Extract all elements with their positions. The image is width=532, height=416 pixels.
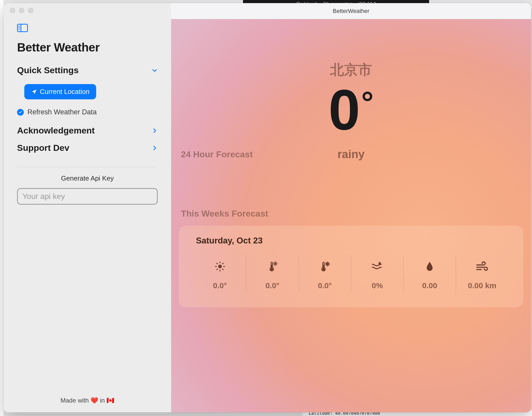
- window-titlebar: BetterWeather: [171, 3, 531, 19]
- current-location-button[interactable]: Current Location: [24, 84, 96, 99]
- svg-line-11: [223, 269, 223, 270]
- section-week-forecast-title: This Weeks Forecast: [181, 209, 523, 219]
- api-key-label: Generate Api Key: [17, 174, 158, 182]
- sidebar: Better Weather Quick Settings Current Lo…: [4, 3, 171, 412]
- metric-humidity: 0%: [351, 255, 403, 293]
- sidebar-toggle-icon[interactable]: [17, 24, 28, 32]
- thermometer-snow-icon: [319, 261, 331, 272]
- svg-point-5: [218, 265, 222, 268]
- svg-line-12: [217, 269, 217, 270]
- svg-line-24: [276, 262, 276, 263]
- forecast-date: Saturday, Oct 23: [196, 236, 508, 246]
- quick-settings-row[interactable]: Quick Settings: [17, 62, 158, 79]
- metric-temp-high: 0.0°: [246, 255, 299, 293]
- metrics-row: 0.0°: [194, 255, 508, 293]
- metric-precipitation: 0.00: [403, 255, 456, 293]
- svg-line-10: [217, 263, 217, 264]
- wind-icon: [476, 261, 489, 272]
- app-window: Better Weather Quick Settings Current Lo…: [4, 3, 531, 412]
- metric-humidity-value: 0%: [372, 281, 383, 290]
- svg-line-22: [276, 264, 276, 265]
- main-content: BetterWeather 北京市 0 ° rainy 24 Hour Fore…: [171, 3, 531, 412]
- chevron-right-icon: [151, 145, 158, 151]
- minimize-button[interactable]: [19, 8, 24, 13]
- location-arrow-icon: [31, 89, 37, 95]
- svg-line-23: [274, 264, 274, 265]
- support-dev-row[interactable]: Support Dev: [17, 139, 158, 157]
- weather-canvas: 北京市 0 ° rainy 24 Hour Forecast This Week…: [171, 19, 531, 412]
- svg-line-13: [223, 263, 223, 264]
- current-location-label: Current Location: [40, 88, 89, 96]
- close-button[interactable]: [10, 8, 15, 13]
- humidity-icon: [371, 261, 383, 272]
- metric-temp-high-value: 0.0°: [265, 281, 279, 290]
- sun-icon: [215, 261, 225, 272]
- temperature-display: 0 °: [329, 81, 374, 138]
- droplet-icon: [425, 261, 434, 272]
- forecast-card: Saturday, Oct 23 0.0°: [179, 226, 523, 307]
- thermometer-sun-icon: [267, 261, 278, 272]
- refresh-icon: [17, 109, 24, 116]
- footer-credit: Made with ❤️ in 🇨🇦: [4, 390, 171, 412]
- metric-wind: 0.00 km: [456, 255, 508, 293]
- api-key-input[interactable]: [17, 188, 158, 205]
- degree-symbol: °: [361, 85, 374, 120]
- chevron-right-icon: [151, 128, 158, 134]
- window-controls: [10, 8, 33, 13]
- metric-uv: 0.0°: [194, 255, 246, 293]
- chevron-down-icon: [151, 67, 158, 73]
- background-left-edge: [0, 0, 4, 416]
- acknowledgement-row[interactable]: Acknowledgement: [17, 122, 158, 139]
- metric-wind-value: 0.00 km: [468, 281, 496, 290]
- maximize-button[interactable]: [28, 8, 33, 13]
- refresh-weather-row[interactable]: Refresh Weather Data: [17, 106, 158, 122]
- city-name: 北京市: [179, 61, 523, 79]
- metric-uv-value: 0.0°: [213, 281, 227, 290]
- refresh-label: Refresh Weather Data: [27, 108, 97, 116]
- metric-temp-low: 0.0°: [299, 255, 351, 293]
- app-title: Better Weather: [17, 40, 158, 54]
- acknowledgement-label: Acknowledgement: [17, 125, 95, 136]
- metric-precipitation-value: 0.00: [422, 281, 437, 290]
- temperature-value: 0: [329, 81, 360, 138]
- divider: [17, 167, 158, 167]
- svg-point-16: [275, 263, 276, 264]
- svg-line-21: [274, 262, 274, 263]
- quick-settings-label: Quick Settings: [17, 65, 79, 75]
- weather-hero: 北京市 0 ° rainy: [179, 19, 523, 161]
- window-title: BetterWeather: [333, 8, 369, 14]
- metric-temp-low-value: 0.0°: [318, 281, 332, 290]
- support-dev-label: Support Dev: [17, 143, 69, 153]
